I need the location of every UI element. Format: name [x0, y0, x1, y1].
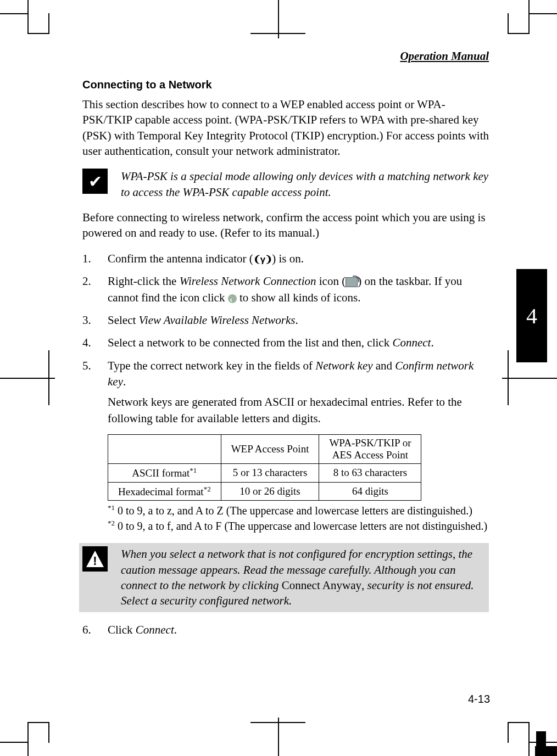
footnote1-text: 0 to 9, a to z, and A to Z (The uppercas…: [115, 505, 472, 517]
tip-callout: ✔ WPA-PSK is a special mode allowing onl…: [82, 169, 489, 200]
steps-list: Confirm the antenna indicator (❨γ❩) is o…: [82, 251, 489, 427]
step4-text-a: Select a network to be connected from th…: [108, 336, 392, 349]
r2-label: Hexadecimal format: [118, 486, 204, 497]
step-4: Select a network to be connected from th…: [82, 335, 489, 351]
page-number: 4-13: [468, 693, 490, 705]
r1-label: ASCII format: [132, 468, 190, 479]
warning-text: When you select a network that is not co…: [121, 546, 483, 608]
r2-sup: *2: [204, 485, 211, 493]
footnote-2: *2 0 to 9, a to f, and A to F (The upper…: [108, 518, 489, 534]
footnote-1: *1 0 to 9, a to z, and A to Z (The upper…: [108, 503, 489, 518]
step-3: Select View Available Wireless Networks.: [82, 312, 489, 328]
step5-nk: Network key: [315, 359, 372, 372]
warn-connect-anyway: Connect Anyway: [282, 579, 361, 592]
step6-text-b: .: [174, 623, 177, 636]
step5-and: and: [373, 359, 396, 372]
step6-connect: Connect: [136, 623, 174, 636]
before-paragraph: Before connecting to wireless network, c…: [82, 210, 489, 241]
step4-text-b: .: [431, 336, 433, 349]
step2-text-d: to show all kinds of icons.: [237, 291, 361, 304]
th-wep: WEP Access Point: [221, 435, 319, 464]
td-hex-wpa: 64 digits: [319, 482, 421, 500]
step1-text-a: Confirm the antenna indicator (: [108, 252, 253, 265]
step3-text-b: .: [295, 313, 298, 327]
checkmark-icon: ✔: [82, 169, 108, 194]
warning-callout: ! When you select a network that is not …: [79, 543, 489, 612]
antenna-icon: ❨γ❩: [253, 253, 272, 266]
running-head: Operation Manual: [82, 49, 489, 63]
step-2: Right-click the Wireless Network Connect…: [82, 273, 489, 306]
step3-text-a: Select: [108, 313, 139, 327]
step1-text-b: ) is on.: [272, 252, 304, 265]
step5-sub: Network keys are generated from ASCII or…: [108, 394, 489, 427]
td-ascii-wep: 5 or 13 characters: [221, 464, 319, 482]
chapter-tab: 4: [516, 269, 547, 362]
td-hex-wep: 10 or 26 digits: [221, 482, 319, 500]
footnote1-sup: *1: [108, 503, 115, 512]
page-content: Operation Manual Connecting to a Network…: [82, 49, 489, 646]
step2-wnc: Wireless Network Connection: [180, 275, 316, 288]
step5-text-b: .: [123, 375, 126, 388]
step3-vawn: View Available Wireless Networks: [139, 313, 296, 327]
td-hex-label: Hexadecimal format*2: [108, 482, 221, 500]
td-ascii-label: ASCII format*1: [108, 464, 221, 482]
steps-list-cont: Click Connect.: [82, 622, 489, 638]
th-blank: [108, 435, 221, 464]
step4-connect: Connect: [392, 336, 431, 349]
step-5: Type the correct network key in the fiel…: [82, 358, 489, 427]
tip-text: WPA-PSK is a special mode allowing only …: [121, 169, 489, 200]
intro-paragraph: This section describes how to connect to…: [82, 97, 489, 159]
footnote2-text: 0 to 9, a to f, and A to F (The uppercas…: [115, 519, 487, 531]
step-1: Confirm the antenna indicator (❨γ❩) is o…: [82, 251, 489, 267]
footnote2-sup: *2: [108, 519, 115, 527]
td-ascii-wpa: 8 to 63 characters: [319, 464, 421, 482]
r1-sup: *1: [190, 466, 197, 474]
step5-text-a: Type the correct network key in the fiel…: [108, 359, 315, 372]
warning-icon: !: [82, 546, 108, 572]
th-wpa-l1: WPA-PSK/TKIP or: [329, 437, 411, 449]
network-connection-icon: [346, 277, 358, 287]
step2-text-b: icon (: [316, 275, 346, 288]
step-6: Click Connect.: [82, 622, 489, 638]
show-hidden-icons-icon: [228, 294, 237, 303]
step6-text-a: Click: [108, 623, 136, 636]
svg-text:!: !: [93, 554, 97, 568]
th-wpa-l2: AES Access Point: [332, 449, 408, 461]
step2-text-a: Right-click the: [108, 275, 180, 288]
key-format-table: WEP Access Point WPA-PSK/TKIP or AES Acc…: [108, 434, 421, 501]
th-wpa: WPA-PSK/TKIP or AES Access Point: [319, 435, 421, 464]
section-heading: Connecting to a Network: [82, 79, 489, 91]
